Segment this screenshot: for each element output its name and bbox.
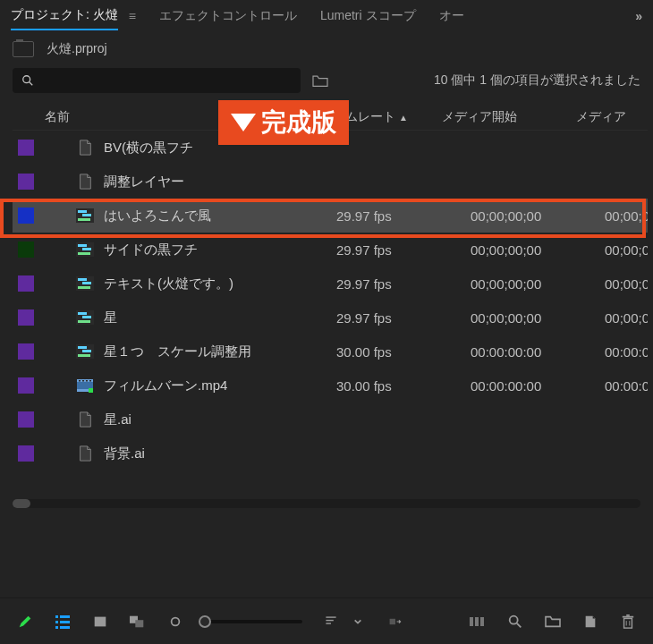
label-swatch[interactable] (18, 377, 34, 394)
chevron-down-icon[interactable] (349, 613, 367, 631)
search-field[interactable] (39, 74, 292, 88)
project-row[interactable]: 背景.ai (13, 436, 648, 470)
label-swatch[interactable] (18, 174, 34, 190)
item-type-icon (75, 206, 95, 225)
item-framerate: 29.97 fps (336, 276, 471, 292)
horizontal-scrollbar[interactable] (13, 499, 640, 508)
project-row[interactable]: 星.ai (13, 402, 648, 436)
new-bin-button-icon[interactable] (544, 613, 562, 631)
svg-rect-20 (82, 350, 91, 352)
tab-effect-controls[interactable]: エフェクトコントロール (159, 3, 297, 30)
svg-rect-3 (78, 210, 87, 213)
search-row: 10 個中 1 個の項目が選択されました (0, 64, 653, 102)
project-row[interactable]: フィルムバーン.mp430.00 fps00:00:00:0000:00:0 (13, 369, 648, 402)
pencil-icon[interactable] (16, 613, 34, 631)
project-row[interactable]: 調整レイヤー (13, 165, 648, 199)
item-name: 背景.ai (104, 445, 336, 462)
svg-rect-43 (390, 618, 395, 623)
zoom-min-icon[interactable] (166, 613, 184, 631)
label-swatch[interactable] (18, 309, 34, 326)
svg-rect-31 (60, 615, 70, 618)
svg-rect-12 (82, 282, 91, 284)
svg-rect-21 (78, 354, 90, 357)
svg-rect-45 (475, 617, 479, 626)
svg-rect-26 (82, 380, 84, 382)
svg-rect-17 (78, 320, 90, 323)
sort-caret-icon: ▲ (399, 113, 408, 123)
project-path-row: 火燵.prproj (0, 32, 653, 64)
label-swatch[interactable] (18, 411, 34, 428)
thumbnail-columns-icon[interactable] (469, 613, 487, 631)
item-media-end: 00;00;0 (605, 208, 648, 224)
tab-project[interactable]: プロジェクト: 火燵 (11, 2, 118, 30)
find-icon[interactable] (506, 613, 524, 631)
item-framerate: 30.00 fps (336, 344, 471, 360)
trash-icon[interactable] (619, 613, 637, 631)
project-row[interactable]: 星１つ スケール調整用30.00 fps00:00:00:0000:00:0 (13, 335, 648, 369)
label-swatch[interactable] (18, 343, 34, 360)
header-media-start[interactable]: メディア開始 (442, 109, 576, 125)
more-tabs-icon[interactable]: » (635, 9, 642, 23)
label-swatch[interactable] (18, 208, 34, 224)
label-swatch[interactable] (18, 242, 34, 258)
item-media-end: 00:00:0 (605, 378, 648, 394)
svg-rect-49 (624, 618, 632, 628)
zoom-slider[interactable] (204, 620, 302, 623)
zoom-slider-knob[interactable] (199, 615, 211, 628)
search-input[interactable] (13, 68, 301, 93)
tab-lumetri-scopes[interactable]: Lumetri スコープ (320, 3, 416, 30)
new-item-icon[interactable] (581, 613, 599, 631)
svg-rect-4 (82, 214, 91, 216)
item-media-start: 00;00;00;00 (471, 276, 605, 292)
svg-rect-16 (82, 316, 91, 318)
item-media-start: 00:00:00:00 (471, 378, 605, 394)
label-swatch[interactable] (18, 445, 34, 462)
header-name[interactable]: 名前 (39, 109, 308, 125)
item-media-start: 00;00;00;00 (471, 310, 605, 326)
automate-to-sequence-icon[interactable] (386, 613, 404, 631)
new-bin-icon[interactable] (311, 73, 329, 88)
svg-rect-42 (326, 623, 331, 623)
svg-rect-34 (55, 626, 58, 629)
item-framerate: 29.97 fps (336, 310, 471, 326)
svg-point-47 (510, 615, 518, 623)
item-type-icon (75, 138, 95, 157)
header-media-end[interactable]: メディア (576, 109, 648, 125)
svg-rect-30 (55, 615, 58, 618)
list-view-icon[interactable] (54, 613, 72, 631)
freeform-view-icon[interactable] (129, 613, 147, 631)
panel-menu-icon[interactable]: ≡ (129, 9, 136, 23)
item-media-start: 00;00;00;00 (471, 242, 605, 258)
svg-rect-25 (79, 380, 81, 382)
item-name: BV(横の黒フチ (104, 140, 336, 157)
item-type-icon (75, 240, 95, 259)
svg-point-0 (23, 76, 30, 83)
svg-rect-7 (78, 244, 87, 247)
project-row[interactable]: サイドの黒フチ29.97 fps00;00;00;0000;00;0 (13, 233, 648, 267)
svg-rect-32 (55, 621, 58, 623)
svg-rect-28 (89, 380, 91, 382)
svg-point-39 (172, 617, 180, 625)
item-media-start: 00;00;00;00 (471, 208, 605, 224)
svg-rect-9 (78, 252, 90, 255)
scrollbar-thumb[interactable] (13, 499, 30, 508)
folder-up-icon[interactable] (13, 41, 34, 57)
item-media-end: 00;00;0 (605, 276, 648, 292)
svg-line-1 (30, 82, 33, 86)
item-type-icon (75, 376, 95, 395)
label-swatch[interactable] (18, 275, 34, 292)
project-row[interactable]: 星29.97 fps00;00;00;0000;00;0 (13, 301, 648, 335)
tab-overflow[interactable]: オー (439, 3, 464, 30)
project-row[interactable]: はいよろこんで風29.97 fps00;00;00;0000;00;0 (13, 199, 648, 233)
sort-icon[interactable] (322, 613, 340, 631)
project-filename: 火燵.prproj (47, 41, 107, 57)
project-row[interactable]: テキスト(火燵です。)29.97 fps00;00;00;0000;00;0 (13, 267, 648, 301)
svg-line-48 (517, 623, 522, 627)
svg-rect-35 (60, 626, 70, 629)
svg-rect-46 (480, 617, 484, 626)
item-name: はいよろこんで風 (104, 208, 336, 225)
icon-view-icon[interactable] (91, 613, 109, 631)
label-swatch[interactable] (18, 140, 34, 156)
header-framerate[interactable]: フレームレート▲ (308, 109, 442, 125)
project-row[interactable]: BV(横の黒フチ (13, 131, 648, 165)
